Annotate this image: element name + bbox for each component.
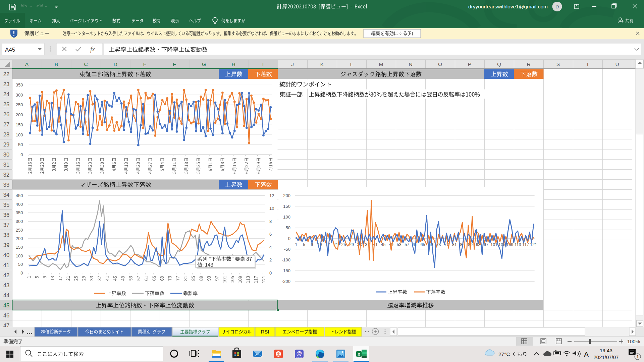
svg-text:E: E — [143, 61, 147, 67]
svg-text:350: 350 — [16, 82, 23, 87]
svg-text:38: 38 — [3, 232, 9, 238]
svg-text:150: 150 — [283, 204, 290, 209]
svg-text:26: 26 — [3, 111, 9, 117]
svg-text:6: 6 — [269, 232, 272, 237]
svg-text:-100: -100 — [282, 257, 290, 262]
svg-text:101: 101 — [490, 242, 497, 247]
svg-text:57: 57 — [405, 242, 409, 247]
svg-text:24: 24 — [3, 91, 9, 97]
svg-text:50: 50 — [18, 142, 23, 147]
svg-text:19:43: 19:43 — [600, 348, 612, 353]
svg-text:44: 44 — [3, 292, 9, 298]
svg-text:100: 100 — [283, 215, 290, 220]
svg-text:28: 28 — [3, 131, 9, 137]
svg-text:49: 49 — [389, 242, 393, 247]
svg-text:S: S — [556, 61, 560, 67]
svg-text:-50: -50 — [284, 247, 290, 252]
svg-text:F: F — [173, 61, 176, 67]
svg-text:2: 2 — [269, 257, 272, 262]
svg-text:8: 8 — [269, 219, 272, 224]
svg-text:100%: 100% — [627, 339, 640, 344]
svg-text:23: 23 — [3, 81, 9, 87]
svg-text:250: 250 — [16, 228, 23, 233]
svg-text:300: 300 — [16, 93, 23, 98]
svg-text:L: L — [350, 61, 353, 67]
svg-text:27°C: 27°C — [498, 351, 510, 357]
svg-text:42: 42 — [3, 272, 9, 278]
svg-text:RSI: RSI — [261, 329, 269, 335]
svg-text:1: 1 — [295, 242, 297, 247]
svg-text:45: 45 — [3, 302, 9, 308]
svg-text:29: 29 — [3, 141, 9, 147]
svg-text:T: T — [586, 61, 589, 67]
svg-text:4: 4 — [269, 245, 272, 250]
svg-text:31: 31 — [3, 162, 9, 168]
svg-text:22: 22 — [3, 71, 9, 77]
svg-text:50: 50 — [18, 262, 23, 267]
svg-text:200: 200 — [16, 236, 23, 241]
svg-text:G: G — [202, 61, 206, 67]
svg-text:D: D — [113, 61, 117, 67]
svg-text:10: 10 — [269, 206, 274, 211]
svg-text:D: D — [555, 4, 559, 9]
svg-text:menu: menu — [296, 356, 303, 359]
svg-text:-150: -150 — [282, 268, 290, 273]
svg-text:dryyourtearswithlove1@gmail.co: dryyourtearswithlove1@gmail.com — [468, 4, 548, 9]
svg-text:M: M — [379, 61, 383, 67]
svg-text:34: 34 — [3, 192, 9, 198]
svg-text:200: 200 — [16, 112, 23, 117]
svg-text:32: 32 — [3, 172, 9, 178]
svg-text:J: J — [291, 61, 294, 67]
svg-text:50: 50 — [286, 225, 290, 230]
svg-text:K: K — [320, 61, 324, 67]
svg-text:H: H — [231, 61, 235, 67]
svg-text:43: 43 — [3, 282, 9, 288]
svg-text:40: 40 — [3, 252, 9, 258]
svg-text:150: 150 — [16, 245, 23, 250]
svg-text:36: 36 — [3, 212, 9, 218]
svg-text:2021/07/07: 2021/07/07 — [593, 354, 619, 360]
svg-text:121: 121 — [530, 242, 537, 247]
svg-text:200: 200 — [283, 193, 290, 198]
svg-text:0: 0 — [20, 270, 23, 276]
svg-text:100: 100 — [16, 132, 23, 137]
svg-text:Q: Q — [497, 61, 501, 67]
svg-text:350: 350 — [16, 210, 23, 215]
svg-text:46: 46 — [3, 312, 9, 318]
svg-text:33: 33 — [3, 182, 9, 188]
svg-text:P: P — [468, 61, 471, 67]
svg-text:25: 25 — [3, 101, 9, 107]
svg-text:150: 150 — [16, 122, 23, 127]
svg-text:0: 0 — [269, 270, 272, 276]
svg-text:O: O — [438, 61, 442, 67]
svg-text:100: 100 — [16, 253, 23, 258]
svg-text:C: C — [84, 61, 88, 67]
svg-text:39: 39 — [3, 242, 9, 248]
svg-text:37: 37 — [3, 222, 9, 228]
svg-text:A45: A45 — [5, 47, 15, 53]
svg-text:B: B — [55, 61, 58, 67]
svg-text:0: 0 — [288, 236, 290, 241]
svg-text:A: A — [584, 350, 589, 358]
svg-text:400: 400 — [16, 202, 23, 207]
svg-text:A: A — [25, 61, 29, 67]
svg-text:fx: fx — [90, 46, 95, 53]
svg-text:R: R — [527, 61, 530, 67]
svg-text:300: 300 — [16, 219, 23, 224]
svg-text:65: 65 — [420, 242, 425, 247]
svg-text:30: 30 — [3, 152, 9, 158]
svg-text:450: 450 — [16, 193, 23, 198]
svg-text:N: N — [409, 61, 412, 67]
svg-text:41: 41 — [3, 262, 9, 268]
svg-text:250: 250 — [16, 102, 23, 107]
svg-text:35: 35 — [3, 202, 9, 208]
svg-text:I: I — [262, 61, 264, 67]
svg-text:-200: -200 — [282, 279, 290, 284]
svg-text:1: 1 — [637, 355, 639, 359]
svg-text:27: 27 — [3, 121, 9, 127]
svg-text:12: 12 — [269, 193, 274, 198]
svg-text:X: X — [358, 352, 361, 357]
svg-text:U: U — [615, 61, 619, 67]
svg-text:0: 0 — [20, 152, 23, 157]
svg-text:5: 5 — [303, 242, 305, 247]
